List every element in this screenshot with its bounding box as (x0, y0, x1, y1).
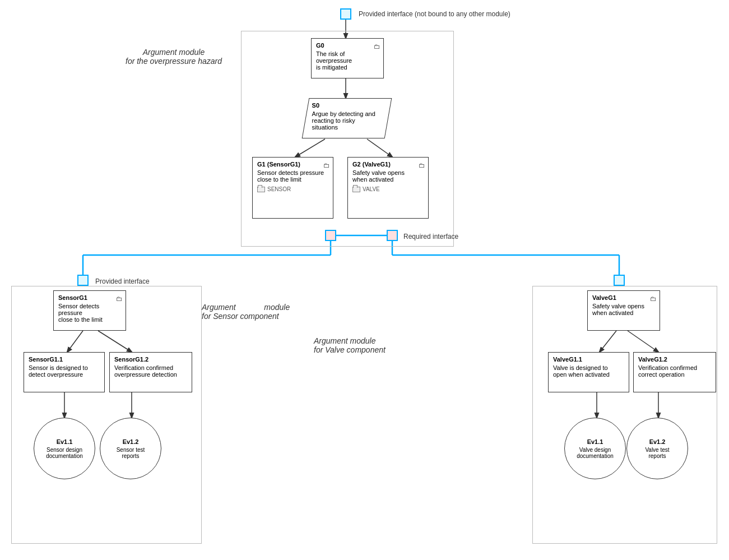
G1-footer: SENSOR (257, 186, 328, 192)
G2-folder-icon: 🗀 (419, 160, 425, 169)
SensorG1-box: SensorG1 🗀 Sensor detects pressureclose … (53, 290, 126, 331)
provided-interface-left-label: Provided interface (95, 277, 150, 285)
SensorG1-title: SensorG1 (58, 294, 121, 301)
required-interface-label: Required interface (403, 233, 458, 240)
ValveG1-1-title: ValveG1.1 (553, 356, 624, 363)
G1-text: Sensor detects pressureclose to the limi… (257, 169, 328, 183)
argument-sensor-label: Argument modulefor Sensor component (202, 303, 290, 321)
Ev1-1-right-title: Ev1.1 (587, 438, 603, 445)
S0-box: S0 Argue by detecting andreacting to ris… (302, 98, 392, 138)
ValveG1-2-title: ValveG1.2 (638, 356, 711, 363)
Ev1-1-left-title: Ev1.1 (57, 438, 73, 445)
SensorG1-2-box: SensorG1.2 Verification confirmedoverpre… (109, 352, 192, 392)
required-interface-right-square (387, 230, 398, 241)
ValveG1-title: ValveG1 (592, 294, 655, 301)
ValveG1-folder-icon: 🗀 (650, 294, 657, 303)
G1-footer-icon (257, 187, 265, 192)
G0-text: The risk of overpressureis mitigated (316, 50, 379, 71)
top-provided-interface-square (340, 8, 351, 20)
left-provided-interface-square (77, 275, 89, 286)
Ev1-2-right-circle: Ev1.2 Valve testreports (626, 418, 688, 479)
S0-title: S0 (312, 102, 383, 109)
SensorG1-text: Sensor detects pressureclose to the limi… (58, 303, 121, 323)
ValveG1-2-text: Verification confirmedcorrect operation (638, 364, 711, 378)
Ev1-2-right-text: Valve testreports (640, 447, 674, 459)
G1-title: G1 (SensorG1) (257, 161, 328, 168)
SensorG1-folder-icon: 🗀 (116, 294, 123, 303)
SensorG1-2-text: Verification confirmedoverpressure detec… (114, 364, 187, 378)
G0-title: G0 (316, 42, 379, 49)
diagram-container: Provided interface (not bound to any oth… (0, 0, 729, 560)
Ev1-2-left-text: Sensor testreports (112, 447, 150, 459)
argument-module-top-label: Argument modulefor the overpressure haza… (118, 48, 230, 66)
Ev1-1-left-circle: Ev1.1 Sensor designdocumentation (34, 418, 95, 479)
ValveG1-1-text: Valve is designed toopen when activated (553, 364, 624, 378)
G1-box: G1 (SensorG1) 🗀 Sensor detects pressurec… (252, 157, 333, 219)
Ev1-2-left-circle: Ev1.2 Sensor testreports (100, 418, 161, 479)
SensorG1-2-title: SensorG1.2 (114, 356, 187, 363)
provided-interface-top-label: Provided interface (not bound to any oth… (359, 10, 510, 18)
G2-footer: VALVE (352, 186, 424, 192)
G1-folder-icon: 🗀 (323, 160, 330, 169)
G2-title: G2 (ValveG1) (352, 161, 424, 168)
ValveG1-2-box: ValveG1.2 Verification confirmedcorrect … (633, 352, 716, 392)
ValveG1-text: Safety valve openswhen activated (592, 303, 655, 316)
Ev1-1-left-text: Sensor designdocumentation (41, 447, 87, 459)
G0-box: G0 🗀 The risk of overpressureis mitigate… (311, 38, 384, 78)
SensorG1-1-title: SensorG1.1 (29, 356, 100, 363)
Ev1-2-right-title: Ev1.2 (649, 438, 666, 445)
S0-text: Argue by detecting andreacting to risky … (312, 110, 383, 131)
Ev1-1-right-circle: Ev1.1 Valve designdocumentation (564, 418, 626, 479)
G2-box: G2 (ValveG1) 🗀 Safety valve openswhen ac… (347, 157, 429, 219)
right-provided-interface-square (614, 275, 625, 286)
G0-folder-icon: 🗀 (374, 41, 380, 50)
ValveG1-1-box: ValveG1.1 Valve is designed toopen when … (548, 352, 629, 392)
required-interface-left-square (325, 230, 336, 241)
G2-footer-icon (352, 187, 360, 192)
SensorG1-1-text: Sensor is designed todetect overpressure (29, 364, 100, 378)
Ev1-1-right-text: Valve designdocumentation (572, 447, 618, 459)
argument-valve-label: Argument modulefor Valve component (314, 336, 386, 354)
ValveG1-box: ValveG1 🗀 Safety valve openswhen activat… (587, 290, 660, 331)
G2-text: Safety valve openswhen activated (352, 169, 424, 183)
Ev1-2-left-title: Ev1.2 (123, 438, 139, 445)
SensorG1-1-box: SensorG1.1 Sensor is designed todetect o… (24, 352, 105, 392)
